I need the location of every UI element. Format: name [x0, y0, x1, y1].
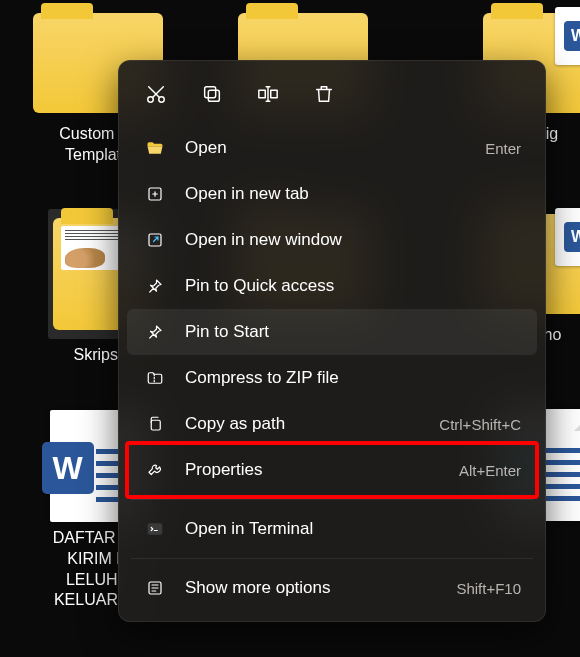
more-icon [143, 579, 167, 597]
menu-item-label: Pin to Start [185, 322, 521, 342]
menu-item-shortcut: Ctrl+Shift+C [439, 416, 521, 433]
svg-rect-2 [208, 90, 219, 101]
menu-item-open-in-terminal[interactable]: Open in Terminal [127, 506, 537, 552]
menu-item-label: Open in new tab [185, 184, 521, 204]
menu-item-shortcut: Alt+Enter [459, 462, 521, 479]
menu-item-label: Properties [185, 460, 459, 480]
new-tab-icon [143, 185, 167, 203]
wrench-icon [143, 461, 167, 479]
zip-icon [143, 369, 167, 387]
menu-item-label: Open in Terminal [185, 519, 521, 539]
menu-item-shortcut: Shift+F10 [456, 580, 521, 597]
external-icon [143, 231, 167, 249]
pin-icon [143, 277, 167, 295]
terminal-icon [143, 520, 167, 538]
menu-item-open[interactable]: OpenEnter [127, 125, 537, 171]
delete-icon[interactable] [307, 77, 341, 111]
menu-item-shortcut: Enter [485, 140, 521, 157]
menu-item-label: Show more options [185, 578, 456, 598]
menu-item-open-in-new-tab[interactable]: Open in new tab [127, 171, 537, 217]
menu-item-compress-to-zip-file[interactable]: Compress to ZIP file [127, 355, 537, 401]
copy-icon[interactable] [195, 77, 229, 111]
menu-item-pin-to-quick-access[interactable]: Pin to Quick access [127, 263, 537, 309]
menu-item-label: Compress to ZIP file [185, 368, 521, 388]
context-menu: OpenEnterOpen in new tabOpen in new wind… [118, 60, 546, 622]
svg-rect-3 [205, 87, 216, 98]
menu-item-show-more-options[interactable]: Show more optionsShift+F10 [127, 565, 537, 611]
item-label: Skripsi [73, 345, 121, 366]
svg-rect-6 [151, 420, 160, 430]
rename-icon[interactable] [251, 77, 285, 111]
menu-item-open-in-new-window[interactable]: Open in new window [127, 217, 537, 263]
menu-item-label: Open [185, 138, 485, 158]
quick-action-bar [123, 71, 541, 125]
menu-item-label: Open in new window [185, 230, 521, 250]
menu-item-label: Copy as path [185, 414, 439, 434]
svg-rect-7 [148, 524, 162, 535]
menu-separator [131, 558, 533, 559]
cut-icon[interactable] [139, 77, 173, 111]
menu-item-label: Pin to Quick access [185, 276, 521, 296]
menu-separator [131, 499, 533, 500]
pin-start-icon [143, 323, 167, 341]
menu-item-copy-as-path[interactable]: Copy as pathCtrl+Shift+C [127, 401, 537, 447]
menu-item-pin-to-start[interactable]: Pin to Start [127, 309, 537, 355]
folder-open-icon [143, 138, 167, 158]
menu-item-properties[interactable]: PropertiesAlt+Enter [127, 447, 537, 493]
copypath-icon [143, 415, 167, 433]
